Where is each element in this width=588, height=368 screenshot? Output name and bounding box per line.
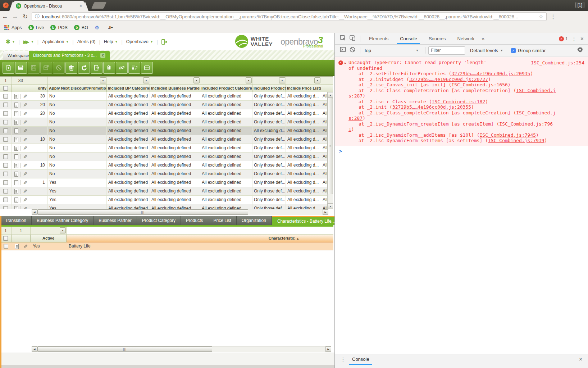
table-row[interactable]: ✎ No All excluding defined All excluding… xyxy=(0,170,333,178)
record-document-icon[interactable] xyxy=(15,244,19,249)
record-document-icon[interactable] xyxy=(14,120,18,125)
drawer-menu-icon[interactable]: ⋮ xyxy=(341,356,346,362)
record-document-icon[interactable] xyxy=(14,172,18,177)
error-count-badge[interactable]: × 1 xyxy=(559,36,568,41)
record-document-icon[interactable] xyxy=(14,180,18,185)
filter-business-partners[interactable]: ▼ xyxy=(150,77,200,84)
select-all-checkbox[interactable] xyxy=(3,86,8,91)
table-row[interactable]: ✎ No All excluding defined All excluding… xyxy=(0,118,333,127)
drawer-tab-console[interactable]: Console xyxy=(352,354,369,364)
scroll-up-icon[interactable]: ▲ xyxy=(328,92,333,98)
quick-launch-button[interactable]: ✱ ▼ xyxy=(6,38,15,45)
forward-icon[interactable]: → xyxy=(10,13,20,20)
column-characteristic[interactable]: Characteristic▲ xyxy=(67,235,333,242)
view-toggle-button[interactable] xyxy=(141,62,153,74)
row-checkbox[interactable] xyxy=(3,103,8,107)
browser-menu-icon[interactable]: ⋮ xyxy=(550,13,556,20)
row-checkbox[interactable] xyxy=(3,146,8,150)
vertical-scrollbar[interactable]: ▲ ≡ ▼ xyxy=(327,92,333,209)
scroll-down-icon[interactable]: ▼ xyxy=(328,203,333,209)
record-document-icon[interactable] xyxy=(14,206,18,209)
record-document-icon[interactable] xyxy=(14,111,18,116)
error-source-link[interactable]: ISC_Combined.js:254 xyxy=(531,60,584,66)
devtools-menu-icon[interactable]: ⋮ xyxy=(571,36,577,42)
horizontal-scrollbar[interactable]: ◀ ||| ▶ xyxy=(32,209,328,215)
child-tab[interactable]: Price List xyxy=(208,216,236,225)
drawer-close-icon[interactable]: × xyxy=(579,356,588,363)
source-location-link[interactable]: ISC_Combined.js:7939 xyxy=(488,138,544,143)
filter-dropdown-icon[interactable]: ▼ xyxy=(100,77,106,83)
edit-pencil-icon[interactable]: ✎ xyxy=(23,111,27,116)
filter-apply-next[interactable]: ▼ xyxy=(48,77,107,84)
table-row[interactable]: ✎ 10 No All excluding defined All exclud… xyxy=(0,135,333,144)
new-form-button[interactable] xyxy=(15,62,27,74)
column-priority[interactable]: ority xyxy=(30,85,48,92)
console-prompt-chevron[interactable]: > xyxy=(335,146,588,154)
url-bar[interactable]: ⓘ localhost :8080/openbravo/#%7Bst:1,bm:… xyxy=(32,12,547,21)
group-similar-checkbox[interactable]: ✓ xyxy=(511,48,516,53)
scroll-right-icon[interactable]: ▶ xyxy=(325,346,331,352)
table-row[interactable]: ✎ No All excluding defined All excluding… xyxy=(0,153,333,161)
source-location-link[interactable]: ISC_Combined.js:1656 xyxy=(451,82,508,87)
source-location-link[interactable]: 32729b5……4e196cc00d.js:20935 xyxy=(451,71,530,76)
child-tab[interactable]: Organization xyxy=(237,216,272,225)
bookmark-apps[interactable]: Apps xyxy=(4,25,22,30)
refresh-button[interactable] xyxy=(78,62,90,74)
horizontal-scroll-thumb[interactable]: ||| xyxy=(37,209,248,215)
record-document-icon[interactable] xyxy=(14,94,18,99)
row-checkbox[interactable] xyxy=(3,137,8,142)
table-row[interactable]: ✎ Yes Battery Life xyxy=(0,242,333,250)
record-document-icon[interactable] xyxy=(14,146,18,151)
row-checkbox[interactable] xyxy=(3,111,8,116)
edit-pencil-icon[interactable]: ✎ xyxy=(23,103,27,108)
filter-dropdown-icon[interactable]: ▼ xyxy=(314,77,320,83)
console-settings-gear-icon[interactable] xyxy=(577,47,588,54)
menu-help[interactable]: Help ▼ xyxy=(104,39,118,44)
table-row[interactable]: ✎ No All excluding defined All excluding… xyxy=(0,144,333,153)
table-row[interactable]: ✎ Yes All excluding defined All excludin… xyxy=(0,187,333,196)
edit-pencil-icon[interactable]: ✎ xyxy=(23,206,27,209)
edit-pencil-icon[interactable]: ✎ xyxy=(23,244,28,249)
edit-pencil-icon[interactable]: ✎ xyxy=(23,120,27,125)
menu-alerts[interactable]: Alerts (0) xyxy=(77,39,96,44)
devtools-close-icon[interactable]: × xyxy=(580,36,584,42)
more-tabs-icon[interactable]: » xyxy=(482,36,484,42)
back-icon[interactable]: ← xyxy=(0,13,10,20)
edit-pencil-icon[interactable]: ✎ xyxy=(23,197,27,203)
filter-dropdown-icon[interactable]: ▼ xyxy=(193,77,200,83)
filter-dropdown-icon[interactable]: ▼ xyxy=(279,77,285,83)
table-row[interactable]: ✎ Yes All excluding defined All excludin… xyxy=(0,196,333,204)
edit-pencil-icon[interactable]: ✎ xyxy=(23,163,27,168)
audit-button[interactable] xyxy=(128,62,140,74)
source-location-link[interactable]: 32729b5……4e196cc00d.js:20355 xyxy=(392,104,471,110)
device-toolbar-icon[interactable] xyxy=(348,35,357,43)
record-document-icon[interactable] xyxy=(14,163,18,168)
attachment-button[interactable] xyxy=(103,62,115,74)
record-document-icon[interactable] xyxy=(14,197,18,203)
row-checkbox[interactable] xyxy=(3,154,8,159)
child-tab[interactable]: Product Category xyxy=(137,216,181,225)
bookmark-settings[interactable]: ⚙ xyxy=(95,24,99,31)
table-row[interactable]: ✎ No All excluding defined All excluding… xyxy=(0,127,333,135)
row-checkbox[interactable] xyxy=(3,172,8,176)
vertical-scroll-thumb[interactable]: ≡ xyxy=(328,98,333,194)
undo-button[interactable] xyxy=(53,62,65,74)
tab-discounts-promotions[interactable]: Discounts and Promotions - 3 x... x xyxy=(29,51,110,60)
source-location-link[interactable]: ISC_Combined.js:7945 xyxy=(480,132,536,138)
new-row-button[interactable] xyxy=(3,62,14,74)
inspect-element-icon[interactable] xyxy=(338,35,348,43)
filter-product-categories[interactable]: ▼ xyxy=(200,77,252,84)
select-all-checkbox[interactable] xyxy=(3,236,8,241)
filter-dropdown-icon[interactable]: ▼ xyxy=(60,227,66,233)
window-close-button[interactable]: × xyxy=(3,3,9,8)
source-location-link[interactable]: 32729b5……4e196cc00d.js:20727 xyxy=(409,77,488,82)
edit-pencil-icon[interactable]: ✎ xyxy=(23,180,27,185)
child-tab[interactable]: Characteristics - Battery Life... xyxy=(272,216,334,225)
logout-button[interactable] xyxy=(161,39,168,45)
export-button[interactable] xyxy=(91,62,102,74)
bookmark-live[interactable]: b Live xyxy=(28,25,44,30)
expand-triangle-icon[interactable]: ▶ xyxy=(345,60,346,66)
bookmark-bo[interactable]: b BO xyxy=(74,25,88,30)
edit-pencil-icon[interactable]: ✎ xyxy=(23,128,27,133)
clear-console-icon[interactable] xyxy=(348,46,357,54)
